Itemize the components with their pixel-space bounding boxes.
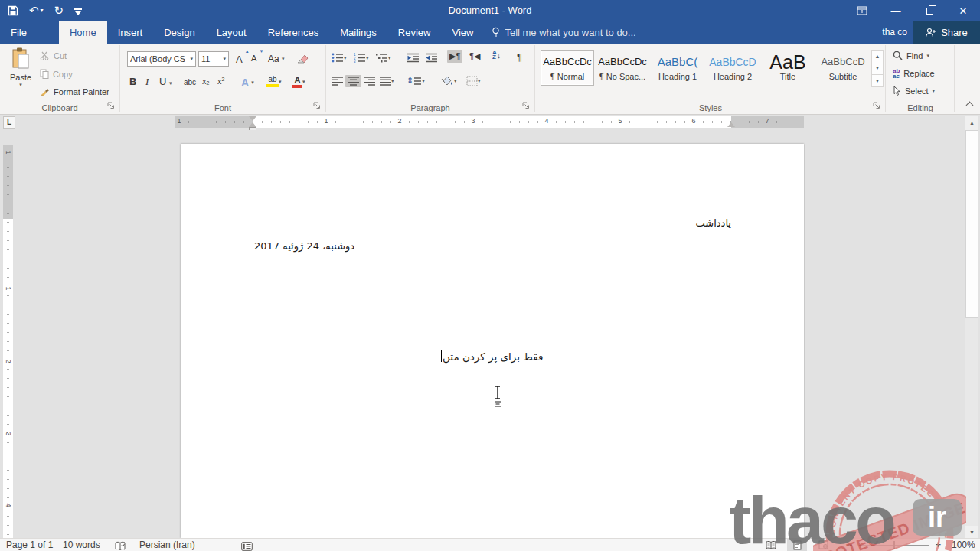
font-name-combo[interactable]: Arial (Body CS ▾ (127, 51, 196, 67)
tab-home[interactable]: Home (59, 21, 107, 44)
strikethrough-button[interactable]: abc (181, 77, 198, 87)
language-status[interactable]: Persian (Iran) (139, 539, 195, 551)
tab-review[interactable]: Review (387, 21, 442, 44)
ruler-number: 4 (5, 501, 12, 510)
multilevel-list-button[interactable]: ▾ (374, 51, 394, 64)
style-heading1[interactable]: AaBbC( Heading 1 (651, 50, 704, 86)
doc-body-line: فقط برای پر کردن متن (253, 350, 731, 363)
font-color-glyph: A (295, 76, 301, 84)
tab-design[interactable]: Design (153, 21, 205, 44)
account-name[interactable]: tha co (882, 21, 907, 44)
shrink-font-button[interactable]: A▼ (249, 52, 259, 64)
font-name-dropdown-icon[interactable]: ▾ (190, 56, 193, 62)
highlight-button[interactable]: ab ▾ (264, 74, 284, 89)
document-page[interactable]: یادداشت دوشنبه، 24 ژوئیه 2017 فقط برای پ… (181, 144, 804, 538)
bold-button[interactable]: B (127, 75, 139, 88)
ltr-direction-button[interactable]: ▶¶ (447, 50, 462, 63)
numbering-button[interactable]: 123 ▾ (351, 51, 371, 64)
rtl-direction-button[interactable]: ¶◀ (467, 50, 482, 63)
style-preview: AaBbCcD (707, 54, 759, 70)
sort-button[interactable]: AZ ↓ (490, 49, 503, 62)
scrollbar-track[interactable] (965, 318, 978, 526)
tab-references[interactable]: References (257, 21, 329, 44)
tab-layout[interactable]: Layout (206, 21, 257, 44)
shading-button[interactable]: ▾ (438, 73, 459, 88)
right-indent-marker[interactable] (727, 122, 735, 127)
copy-button[interactable]: Copy (40, 69, 73, 79)
underline-button[interactable]: U (157, 75, 168, 88)
select-button[interactable]: Select ▾ (893, 86, 935, 96)
styles-scroll-up-button[interactable]: ▲ (872, 51, 883, 62)
borders-button[interactable]: ▾ (464, 74, 483, 88)
scroll-up-button[interactable]: ▲ (965, 116, 978, 129)
style-title[interactable]: AaB Title (761, 50, 815, 86)
bullets-button[interactable]: ▾ (329, 51, 349, 64)
font-color-button[interactable]: A ▾ (290, 74, 308, 90)
minimize-button[interactable]: — (879, 0, 913, 21)
page-count-status[interactable]: Page 1 of 1 (6, 539, 53, 551)
paragraph-dialog-launcher[interactable] (522, 102, 531, 110)
ruler-ticks (179, 121, 799, 123)
italic-button[interactable]: I (143, 75, 151, 89)
ruler-number: 6 (689, 117, 698, 125)
collapse-ribbon-button[interactable] (966, 100, 972, 106)
ribbon-display-options-button[interactable] (845, 0, 879, 21)
find-button[interactable]: Find ▾ (893, 51, 929, 60)
vertical-scrollbar[interactable]: ▲ ▼ (965, 116, 978, 538)
style-label: ¶ No Spac... (596, 72, 648, 81)
tell-me-box[interactable]: Tell me what you want to do... (492, 21, 635, 44)
format-painter-button[interactable]: Format Painter (40, 86, 109, 96)
style-subtitle[interactable]: AaBbCcD Subtitle (816, 50, 870, 86)
first-line-indent-marker[interactable] (249, 116, 256, 121)
close-button[interactable]: ✕ (946, 0, 980, 21)
subscript-button[interactable]: x2 (200, 76, 211, 86)
restore-button[interactable] (913, 0, 946, 21)
proofing-status-icon[interactable] (115, 540, 126, 551)
change-case-button[interactable]: Aa ▾ (266, 52, 287, 66)
font-dialog-launcher[interactable] (313, 102, 322, 110)
keyboard-status-icon[interactable] (241, 540, 253, 551)
scrollbar-thumb[interactable] (965, 130, 978, 318)
paste-button[interactable]: Paste ▾ (5, 47, 37, 101)
cut-button[interactable]: Cut (40, 51, 67, 60)
tab-view[interactable]: View (441, 21, 484, 44)
tab-stop-selector[interactable]: L (3, 116, 15, 129)
align-left-button[interactable] (329, 75, 345, 87)
editing-group: Find ▾ abac Replace Select ▾ Editing (887, 44, 954, 114)
replace-button[interactable]: abac Replace (893, 68, 935, 79)
underline-dropdown-icon[interactable]: ▾ (169, 80, 172, 86)
tab-file[interactable]: File (0, 21, 38, 44)
font-group: Arial (Body CS ▾ 11 ▾ A▲ A▼ Aa ▾ B I U ▾… (120, 44, 325, 114)
styles-more-button[interactable]: ▼ (872, 74, 883, 86)
style-normal[interactable]: AaBbCcDc ¶ Normal (541, 50, 594, 86)
tab-insert[interactable]: Insert (107, 21, 154, 44)
styles-dialog-launcher[interactable] (873, 102, 881, 110)
increase-indent-button[interactable] (423, 51, 440, 64)
text-effects-button[interactable]: A ▾ (239, 75, 256, 90)
style-heading2[interactable]: AaBbCcD Heading 2 (706, 50, 760, 86)
share-button[interactable]: Share (913, 21, 980, 44)
style-label: Heading 2 (707, 72, 759, 81)
style-label: ¶ Normal (541, 72, 593, 81)
tab-mailings[interactable]: Mailings (329, 21, 387, 44)
font-size-dropdown-icon[interactable]: ▾ (223, 56, 226, 62)
clipboard-dialog-launcher[interactable] (107, 102, 116, 110)
superscript-button[interactable]: x2 (215, 76, 227, 86)
word-count-status[interactable]: 10 words (63, 539, 100, 551)
show-paragraph-marks-button[interactable]: ¶ (514, 50, 524, 64)
decrease-indent-button[interactable] (404, 51, 422, 64)
line-spacing-button[interactable]: ⇕ ▾ (404, 74, 427, 87)
font-size-combo[interactable]: 11 ▾ (198, 51, 229, 67)
scroll-down-button[interactable]: ▼ (965, 526, 978, 538)
clear-formatting-button[interactable] (295, 51, 311, 65)
style-label: Heading 1 (652, 72, 704, 81)
grow-font-button[interactable]: A▲ (234, 52, 245, 67)
styles-scroll-down-button[interactable]: ▼ (872, 62, 883, 73)
paste-dropdown-icon[interactable]: ▾ (5, 82, 37, 88)
shading-dropdown-icon: ▾ (454, 78, 457, 84)
justify-button[interactable]: ▾ (377, 75, 397, 87)
style-no-spacing[interactable]: AaBbCcDc ¶ No Spac... (596, 50, 649, 86)
align-center-button[interactable] (345, 75, 361, 87)
align-right-button[interactable] (361, 75, 377, 87)
cut-label: Cut (54, 51, 67, 60)
